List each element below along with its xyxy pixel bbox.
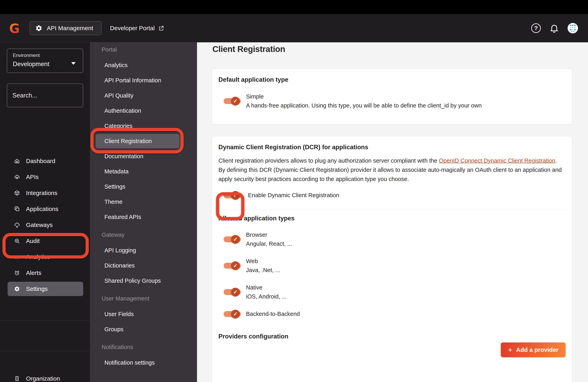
cloud-node-icon (14, 222, 20, 228)
help-icon[interactable]: ? (531, 23, 541, 33)
developer-portal-label: Developer Portal (110, 25, 155, 32)
allowed-app-types-heading: Allowed application types (218, 215, 566, 222)
submenu-item-api-portal-information[interactable]: API Portal Information (90, 73, 197, 88)
backend-to-backend-toggle[interactable]: ✓ (224, 311, 241, 317)
organization-building-icon (14, 376, 20, 382)
submenu-item-api-quality[interactable]: API Quality (90, 88, 197, 103)
sidebar-item-alerts[interactable]: Alerts (0, 265, 90, 281)
cloud-gear-icon (14, 174, 20, 180)
submenu-item-api-logging[interactable]: API Logging (90, 243, 197, 258)
submenu-item-authentication[interactable]: Authentication (90, 103, 197, 118)
check-icon: ✓ (231, 97, 240, 105)
magnifier-check-icon (14, 238, 20, 244)
submenu-section-user-management: User Management User Fields Groups (90, 293, 197, 337)
submenu-item-groups[interactable]: Groups (90, 322, 197, 337)
openid-connect-link[interactable]: OpenID Connect Dynamic Client Registrati… (439, 157, 555, 164)
card-heading: Dynamic Client Registration (DCR) for ap… (218, 144, 566, 151)
environment-selector[interactable]: Environment Development (7, 49, 83, 73)
submenu-section-title: Gateway (90, 229, 197, 240)
sidebar-item-gateways[interactable]: Gateways (0, 217, 90, 233)
gravitee-logo: G (9, 22, 21, 35)
gear-icon (35, 25, 42, 32)
copy-icon (14, 206, 20, 212)
dcr-description-text: Client registration providers allows to … (218, 157, 439, 164)
submenu-item-client-registration[interactable]: Client Registration (90, 134, 197, 149)
sidebar-item-applications[interactable]: Applications (0, 201, 90, 217)
add-provider-button[interactable]: + Add a provider (501, 343, 566, 357)
app-type-row-web: ✓ Web Java, .Net, ... (224, 257, 566, 275)
submenu-item-notification-settings[interactable]: Notification settings (90, 355, 197, 370)
app-type-label: Native (246, 283, 287, 292)
submenu-item-user-fields[interactable]: User Fields (90, 306, 197, 322)
sidebar-item-audit[interactable]: Audit (0, 233, 90, 249)
sidebar-item-dashboard[interactable]: Dashboard (0, 153, 90, 169)
enable-dcr-label: Enable Dynamic Client Registration (248, 191, 339, 200)
dcr-description-line2: By defining this DCR (Dynamic Client Reg… (218, 165, 568, 184)
top-bar: G API Management Developer Portal ? (0, 14, 588, 42)
submenu-item-settings[interactable]: Settings (90, 179, 197, 194)
submenu-section-title: User Management (90, 293, 197, 304)
gravitee-console: G API Management Developer Portal ? (0, 0, 588, 382)
app-type-row-native: ✓ Native iOS, Android, ... (224, 283, 566, 301)
app-type-row-browser: ✓ Browser Angular, React, ... (224, 230, 566, 248)
submenu-item-featured-apis[interactable]: Featured APIs (90, 209, 197, 225)
sidebar-item-settings[interactable]: Settings (0, 281, 90, 297)
app-switcher-label: API Management (47, 25, 93, 32)
check-icon: ✓ (231, 288, 240, 296)
app-type-description: Angular, React, ... (246, 239, 292, 248)
submenu-section-gateway: Gateway API Logging Dictionaries Shared … (90, 229, 197, 288)
check-icon: ✓ (231, 261, 240, 270)
primary-sidebar: Environment Development Dashboard APIs (0, 42, 90, 382)
web-toggle[interactable]: ✓ (224, 263, 241, 269)
toggle-description: A hands-free application. Using this typ… (246, 101, 482, 110)
search-input[interactable] (12, 92, 92, 99)
environment-label: Environment (13, 53, 77, 58)
sidebar-item-organization[interactable]: Organization (0, 371, 90, 382)
check-icon: ✓ (231, 235, 240, 244)
submenu-item-shared-policy-groups[interactable]: Shared Policy Groups (90, 273, 197, 288)
dcr-card: Dynamic Client Registration (DCR) for ap… (212, 136, 572, 382)
plus-icon: + (508, 346, 512, 354)
main-content: Client Registration Default application … (197, 42, 588, 382)
dcr-description: Client registration providers allows to … (218, 156, 568, 184)
submenu-item-categories[interactable]: Categories (90, 118, 197, 134)
toggle-label: Simple (246, 92, 482, 101)
check-icon: ✓ (231, 310, 240, 319)
add-provider-label: Add a provider (516, 346, 558, 353)
submenu-item-theme[interactable]: Theme (90, 194, 197, 209)
enable-dcr-toggle[interactable]: ✓ (224, 192, 241, 198)
chevron-down-icon (71, 62, 76, 65)
svg-text:G: G (9, 22, 20, 35)
settings-submenu: Portal Analytics API Portal Information … (90, 42, 197, 382)
app-type-description: iOS, Android, ... (246, 292, 287, 301)
environment-value: Development (13, 60, 77, 68)
page-title: Client Registration (212, 44, 285, 54)
developer-portal-link[interactable]: Developer Portal (110, 25, 164, 32)
sidebar-item-apis[interactable]: APIs (0, 169, 90, 185)
top-bar-actions: ? (531, 23, 578, 33)
alarm-clock-icon (14, 270, 20, 276)
submenu-item-metadata[interactable]: Metadata (90, 164, 197, 179)
simple-type-toggle[interactable]: ✓ (224, 98, 241, 104)
section-divider (218, 209, 566, 210)
app-switcher-button[interactable]: API Management (30, 21, 102, 35)
app-type-description: Java, .Net, ... (246, 266, 280, 275)
submenu-section-notifications: Notifications Notification settings (90, 342, 197, 370)
submenu-section-title: Portal (90, 44, 197, 55)
submenu-item-dictionaries[interactable]: Dictionaries (90, 258, 197, 273)
external-link-icon (158, 25, 164, 31)
primary-menu: Dashboard APIs Integrations Applications… (0, 153, 90, 297)
sidebar-item-analytics[interactable]: Analytics (0, 249, 90, 265)
organization-label: Organization (26, 375, 60, 382)
app-type-label: Web (246, 257, 280, 266)
browser-toggle[interactable]: ✓ (224, 236, 241, 242)
user-avatar[interactable] (567, 23, 578, 33)
dcr-description-suffix: . (555, 157, 557, 164)
submenu-item-documentation[interactable]: Documentation (90, 149, 197, 164)
notifications-bell-icon[interactable] (549, 23, 559, 33)
window-top-strip (0, 0, 588, 14)
gear-icon (14, 286, 20, 292)
submenu-item-analytics[interactable]: Analytics (90, 57, 197, 73)
native-toggle[interactable]: ✓ (224, 289, 241, 295)
sidebar-item-integrations[interactable]: Integrations (0, 185, 90, 201)
